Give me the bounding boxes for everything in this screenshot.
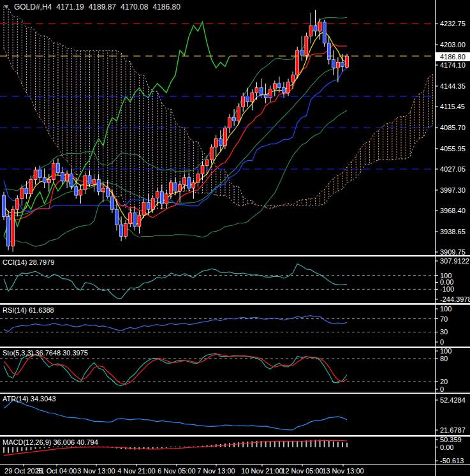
candle-bear [70, 174, 73, 187]
panel-sto [0, 353, 435, 386]
candle-bull [192, 182, 195, 188]
candle-bear [115, 209, 119, 225]
price-axis-label: 3909.75 [440, 248, 466, 256]
candle-bull [210, 147, 213, 160]
candle-bull [251, 93, 254, 101]
time-axis-label: 10 Nov 21:00 [241, 467, 283, 475]
price-axis-label: 4115.45 [440, 103, 465, 110]
ohlc-low: 4170.08 [121, 3, 148, 11]
price-axis-label: 4203.00 [440, 41, 466, 48]
candle-bear [160, 192, 163, 204]
candle-bear [3, 195, 6, 216]
axis-label: 50.359 [440, 436, 462, 443]
main-chart[interactable] [3, 5, 433, 252]
candle-bear [260, 88, 263, 95]
axis-label: 80 [440, 355, 448, 362]
candle-bull [296, 50, 299, 75]
axis-label: 0.00 [440, 443, 453, 451]
candle-bull [273, 84, 276, 89]
candle-bull [336, 63, 339, 68]
candle-bull [129, 213, 132, 224]
candle-bull [305, 36, 308, 56]
price-axis-label: 4085.70 [440, 124, 466, 131]
candle-bear [187, 177, 191, 188]
candle-bull [142, 202, 145, 215]
candle-bear [61, 173, 64, 181]
price-axis-label: 3968.40 [440, 207, 466, 214]
price-axis-label: 3997.30 [440, 186, 466, 194]
time-axis-label: 4 Nov 21:00 [117, 467, 155, 475]
candle-bull [84, 175, 87, 190]
candle-bull [183, 177, 186, 184]
candle-bull [66, 174, 69, 181]
indicator-label: ATR(14) 34.3043 [3, 395, 56, 403]
axis-label: 0 [440, 338, 444, 346]
panel-atr [4, 400, 347, 430]
time-axis-label: 12 Nov 05:00 [281, 467, 323, 475]
indicator-label: CCI(14) 28.7979 [3, 258, 54, 266]
axis-label: 30 [440, 328, 448, 336]
chart-svg[interactable]: CCI(14) 28.7979307.91221000.00-100-244.3… [0, 0, 470, 476]
cci-line [4, 264, 347, 299]
senkou-span-a [4, 48, 433, 214]
candle-bull [228, 117, 231, 128]
candle-bull [223, 128, 226, 146]
axis-label: 307.9122 [440, 257, 469, 265]
time-axis-label: 3 Nov 13:00 [77, 467, 115, 475]
candle-bull [201, 166, 204, 174]
axis-label: -50.613 [440, 457, 464, 465]
candle-bear [133, 213, 136, 227]
candle-bull [101, 188, 105, 192]
time-axis[interactable]: 29 Oct 202531 Oct 04:003 Nov 13:004 Nov … [0, 464, 470, 475]
candle-bear [120, 225, 123, 237]
axis-label: -100 [440, 285, 454, 293]
candle-bull [179, 184, 182, 191]
axis-label: 70 [440, 315, 448, 323]
indicator-label: RSI(14) 61.6388 [3, 306, 54, 314]
ohlc-high: 4189.87 [89, 3, 116, 11]
candle-bull [29, 180, 33, 194]
price-axis-label: 4027.05 [440, 165, 466, 173]
candle-bear [246, 96, 249, 102]
price-axis-label: 4232.75 [440, 20, 466, 27]
axis-label: 52.4284 [440, 396, 466, 404]
candle-bull [151, 198, 154, 209]
candle-bear [25, 188, 28, 194]
price-axis[interactable]: 4232.754203.004174.104144.354115.454085.… [435, 0, 466, 476]
candle-bull [196, 174, 200, 182]
panel-rsi [0, 316, 435, 332]
current-price-label: 4186.80 [436, 52, 470, 61]
candle-bear [300, 50, 304, 56]
time-axis-label: 6 Nov 05:00 [158, 467, 195, 475]
candle-bear [97, 180, 100, 192]
candle-bull [138, 215, 141, 227]
candle-bear [43, 177, 46, 182]
chart-title: ▼ GOLD#,H4 4171.19 4189.87 4170.08 4186.… [3, 3, 180, 11]
candles-layer [3, 10, 349, 252]
candle-bull [214, 138, 217, 147]
candle-bear [233, 117, 236, 121]
price-axis-label: 4174.10 [440, 61, 466, 69]
candle-bear [88, 175, 91, 184]
indicator-label: MACD(12,26,9) 36.006 40.794 [3, 438, 98, 446]
indicator-label: Sto(5,3,3) 36.7648 30.3975 [3, 349, 88, 357]
candle-bull [346, 56, 349, 67]
ohlc-close: 4186.80 [152, 3, 180, 11]
price-axis-label: 3938.65 [440, 228, 466, 235]
price-axis-label: 4144.35 [440, 82, 466, 90]
axis-label: 20 [440, 378, 448, 385]
mt4-chart-window: CCI(14) 28.7979307.91221000.00-100-244.3… [0, 0, 470, 476]
candle-bear [106, 188, 109, 197]
symbol-period: GOLD#,H4 [14, 3, 52, 11]
candle-bull [237, 107, 240, 121]
candle-bull [20, 188, 24, 199]
candle-bear [110, 197, 114, 209]
candle-bull [287, 82, 290, 93]
candle-bull [52, 163, 55, 179]
rsi-line [4, 316, 347, 332]
time-axis-label: 31 Oct 04:00 [37, 467, 77, 475]
symbol-dropdown-icon[interactable]: ▼ [3, 4, 10, 10]
axis-label: 100 [440, 347, 452, 355]
time-axis-label: 13 Nov 13:00 [322, 467, 364, 475]
candle-bull [255, 88, 258, 93]
